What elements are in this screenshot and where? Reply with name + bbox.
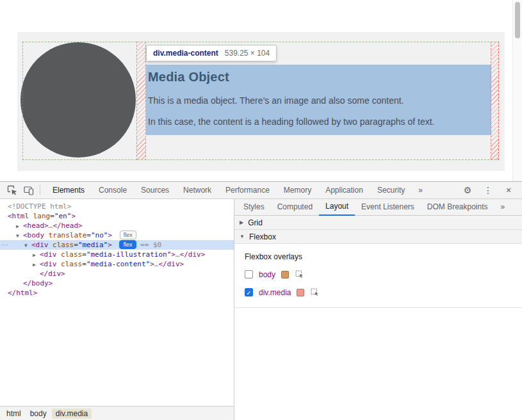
- settings-gear-icon[interactable]: ⚙: [459, 183, 476, 197]
- code-token: =: [82, 260, 86, 268]
- more-tabs-icon[interactable]: »: [501, 198, 505, 216]
- inspected-page: Media Object This is a media object. The…: [0, 0, 522, 181]
- code-token: >: [108, 231, 116, 239]
- toolbar-separator: [40, 185, 40, 195]
- flex-gap-hatch: [136, 42, 146, 160]
- overlay-color-swatch[interactable]: [297, 289, 304, 296]
- overlay-color-swatch[interactable]: [281, 271, 289, 279]
- code-token: "media-illustration": [86, 250, 171, 259]
- inspect-highlight-overlay: Media Object This is a media object. The…: [146, 65, 491, 135]
- kebab-menu-icon[interactable]: ⋮: [480, 183, 496, 197]
- tree-node[interactable]: </div>: [0, 269, 234, 279]
- devtools-tab-bar: Elements Console Sources Network Perform…: [45, 182, 412, 199]
- overlay-label-body[interactable]: body: [259, 270, 275, 279]
- disclosure-triangle-icon[interactable]: ▼: [16, 231, 23, 241]
- tree-node[interactable]: <!DOCTYPE html>: [0, 202, 234, 211]
- node-options-icon[interactable]: ⋯: [1, 240, 8, 250]
- tab-event-listeners[interactable]: Event Listeners: [355, 199, 421, 216]
- code-token: >: [150, 260, 154, 268]
- code-token: </div>: [158, 260, 184, 268]
- breadcrumb-body[interactable]: body: [26, 408, 51, 419]
- show-overlay-icon[interactable]: [295, 270, 304, 279]
- code-token: class: [49, 241, 74, 249]
- tree-node[interactable]: ▶<div class="media-illustration">…</div>: [0, 250, 234, 259]
- browser-window: Media Object This is a media object. The…: [0, 0, 522, 420]
- flex-badge[interactable]: flex: [119, 240, 136, 249]
- code-token: </html>: [8, 289, 37, 297]
- disclosure-triangle-icon[interactable]: ▶: [33, 250, 40, 260]
- code-token: "media-content": [86, 260, 150, 268]
- toolbar-right-controls: ⚙ ⋮ ✕: [455, 183, 522, 197]
- code-token: class: [57, 250, 83, 259]
- tab-computed[interactable]: Computed: [271, 199, 319, 216]
- code-token: </body>: [23, 279, 53, 287]
- code-token: </div>: [180, 250, 206, 259]
- page-scrollbar[interactable]: [512, 0, 522, 181]
- code-token: >: [71, 212, 76, 220]
- flex-badge[interactable]: flex: [120, 230, 136, 239]
- tree-node[interactable]: ▶<head>…</head>: [0, 221, 234, 230]
- media-paragraph: This is a media object. There’s an image…: [148, 95, 487, 106]
- tab-layout[interactable]: Layout: [319, 199, 355, 216]
- tab-memory[interactable]: Memory: [277, 182, 318, 199]
- disclosure-triangle-icon[interactable]: ▼: [24, 241, 31, 250]
- tab-network[interactable]: Network: [176, 182, 218, 199]
- layout-section-flexbox[interactable]: ▼ Flexbox: [234, 230, 522, 244]
- scrollbar-thumb[interactable]: [515, 2, 520, 38]
- tab-elements[interactable]: Elements: [45, 182, 92, 199]
- code-token: <div: [40, 260, 57, 268]
- tab-security[interactable]: Security: [370, 182, 412, 199]
- tab-application[interactable]: Application: [318, 182, 370, 199]
- code-token: "en": [54, 212, 72, 220]
- breadcrumb-html[interactable]: html: [3, 408, 25, 419]
- code-token: …: [175, 250, 180, 259]
- tab-dom-breakpoints[interactable]: DOM Breakpoints: [421, 199, 494, 216]
- inspect-element-icon[interactable]: [4, 183, 20, 197]
- tab-console[interactable]: Console: [92, 182, 134, 199]
- tooltip-selector: div.media-content: [153, 49, 218, 58]
- elements-tree: <!DOCTYPE html><html lang="en">▶<head>…<…: [0, 199, 234, 406]
- layout-section-grid[interactable]: ▶ Grid: [234, 216, 522, 230]
- more-tabs-icon[interactable]: »: [418, 182, 423, 199]
- overlay-checkbox-body[interactable]: [245, 270, 253, 279]
- disclosure-triangle-icon[interactable]: ▶: [33, 260, 40, 270]
- tree-node[interactable]: <html lang="en">: [0, 211, 234, 221]
- tab-styles[interactable]: Styles: [237, 199, 271, 216]
- close-icon[interactable]: ✕: [500, 183, 517, 197]
- overlay-checkbox-div-media[interactable]: ✓: [245, 288, 253, 296]
- overlay-row-div-media: ✓ div.media: [245, 287, 512, 297]
- flexbox-section-label: Flexbox: [249, 232, 276, 241]
- elements-pane: <!DOCTYPE html><html lang="en">▶<head>…<…: [0, 199, 234, 420]
- tree-node[interactable]: </body>: [0, 279, 234, 288]
- code-token: <!DOCTYPE html>: [8, 202, 71, 211]
- tab-performance[interactable]: Performance: [218, 182, 277, 199]
- tab-sources[interactable]: Sources: [134, 182, 176, 199]
- code-token: lang: [29, 212, 50, 220]
- code-token: =: [50, 212, 54, 220]
- breadcrumb-div-media[interactable]: div.media: [52, 408, 92, 419]
- disclosure-triangle-icon[interactable]: ▶: [16, 222, 23, 231]
- code-token: <div: [31, 241, 49, 249]
- styles-sidebar: Styles Computed Layout Event Listeners D…: [234, 199, 522, 420]
- sidebar-tab-bar: Styles Computed Layout Event Listeners D…: [234, 199, 522, 216]
- device-toolbar-icon[interactable]: [20, 183, 37, 197]
- devtools-panel: Elements Console Sources Network Perform…: [0, 181, 522, 420]
- media-heading: Media Object: [148, 70, 487, 85]
- flexbox-overlays-title: Flexbox overlays: [245, 252, 512, 261]
- tree-node[interactable]: ▶<div class="media-content">…</div>: [0, 259, 234, 269]
- chevron-right-icon: ▶: [240, 220, 243, 225]
- overlay-label-div-media[interactable]: div.media: [259, 288, 291, 297]
- tree-node-selected[interactable]: ⋯▼<div class="media"> flex == $0: [0, 240, 234, 250]
- grid-section-label: Grid: [248, 218, 263, 227]
- code-token: translate: [44, 231, 86, 239]
- breadcrumb: html body div.media: [0, 406, 234, 420]
- code-token: >: [108, 241, 116, 249]
- code-token: </head>: [53, 222, 82, 230]
- overlay-row-body: body: [245, 270, 512, 279]
- devtools-toolbar: Elements Console Sources Network Perform…: [0, 182, 522, 199]
- devtools-main: <!DOCTYPE html><html lang="en">▶<head>…<…: [0, 199, 522, 420]
- tree-node[interactable]: ▼<body translate="no"> flex: [0, 230, 234, 240]
- tree-node[interactable]: </html>: [0, 288, 234, 298]
- code-token: == $0: [136, 241, 162, 249]
- show-overlay-icon[interactable]: [310, 287, 320, 297]
